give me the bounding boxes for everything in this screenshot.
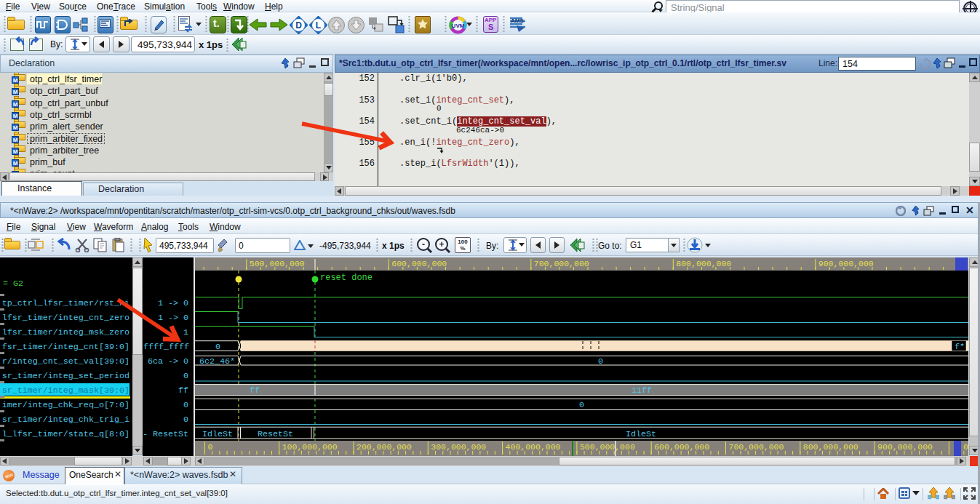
svg-text:0: 0 bbox=[207, 442, 212, 452]
svg-text:300,000,000: 300,000,000 bbox=[431, 442, 486, 452]
svg-text:0: 0 bbox=[598, 356, 603, 367]
svg-text:500,000,000: 500,000,000 bbox=[580, 442, 635, 452]
svg-text:IdleSt: IdleSt bbox=[626, 429, 656, 439]
svg-text:IdleSt: IdleSt bbox=[202, 429, 233, 439]
svg-text:11ff: 11ff bbox=[632, 385, 652, 396]
svg-text:600,000,000: 600,000,000 bbox=[391, 259, 447, 268]
svg-text:200,000,000: 200,000,000 bbox=[356, 442, 412, 452]
svg-text:UVM: UVM bbox=[452, 23, 465, 29]
svg-text:600,000,000: 600,000,000 bbox=[654, 442, 709, 452]
svg-text:ff: ff bbox=[250, 385, 260, 396]
svg-text:+: + bbox=[439, 239, 444, 249]
svg-text:0: 0 bbox=[963, 442, 968, 452]
svg-text:6c2_46*: 6c2_46* bbox=[199, 356, 235, 367]
svg-text:800,000,000: 800,000,000 bbox=[803, 442, 859, 452]
svg-text:0: 0 bbox=[579, 400, 584, 410]
svg-text:f*: f* bbox=[955, 342, 965, 352]
svg-text:700,000,000: 700,000,000 bbox=[534, 259, 589, 268]
svg-text:D: D bbox=[295, 20, 302, 31]
svg-text:0: 0 bbox=[215, 342, 220, 352]
svg-text:400,000,000: 400,000,000 bbox=[506, 442, 561, 452]
svg-text:ResetSt: ResetSt bbox=[258, 429, 293, 439]
svg-text:L: L bbox=[316, 20, 321, 31]
svg-text:reset done: reset done bbox=[320, 273, 373, 283]
svg-text:500,000,000: 500,000,000 bbox=[250, 259, 305, 268]
svg-text:900,000,000: 900,000,000 bbox=[877, 442, 933, 452]
svg-text:800,000,000: 800,000,000 bbox=[676, 259, 731, 268]
svg-text:100,000,000: 100,000,000 bbox=[282, 442, 338, 452]
svg-text:900,000,000: 900,000,000 bbox=[818, 259, 874, 268]
svg-text:-: - bbox=[422, 239, 425, 249]
svg-text:700,000,000: 700,000,000 bbox=[729, 442, 784, 452]
